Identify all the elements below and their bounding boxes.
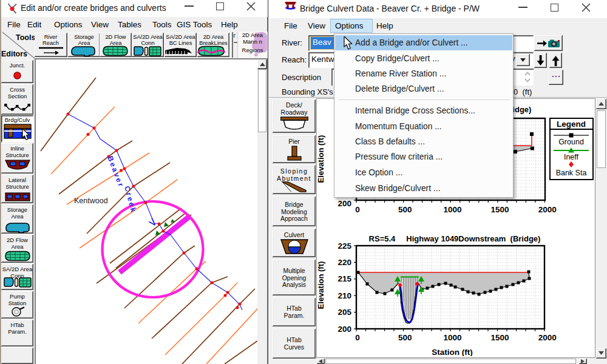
svg-text:210: 210 bbox=[337, 291, 351, 300]
svg-text:215: 215 bbox=[337, 274, 351, 283]
svg-text:2000: 2000 bbox=[538, 333, 557, 342]
svg-text:0: 0 bbox=[355, 205, 360, 214]
svg-text:2000: 2000 bbox=[538, 205, 557, 214]
svg-text:225: 225 bbox=[337, 241, 351, 251]
svg-text:0: 0 bbox=[355, 333, 360, 342]
svg-text:500: 500 bbox=[398, 205, 412, 214]
svg-text:Elevation (ft): Elevation (ft) bbox=[317, 135, 325, 183]
svg-text:RS=5.4 Highway 1049Downstr: RS=5.4 Highway 1049Downstream (Bridge) bbox=[369, 234, 541, 243]
svg-text:1500: 1500 bbox=[491, 205, 509, 214]
svg-text:Bank Sta: Bank Sta bbox=[556, 169, 587, 177]
svg-text:1000: 1000 bbox=[443, 205, 461, 214]
svg-text:Legend: Legend bbox=[557, 120, 586, 129]
svg-text:200: 200 bbox=[337, 325, 351, 334]
svg-text:Kentwood: Kentwood bbox=[74, 197, 108, 205]
svg-text:500: 500 bbox=[398, 333, 412, 342]
svg-text:205: 205 bbox=[337, 308, 351, 317]
svg-text:1000: 1000 bbox=[443, 333, 461, 342]
svg-text:200: 200 bbox=[337, 199, 351, 208]
svg-text:Ineff: Ineff bbox=[564, 153, 579, 161]
svg-text:220: 220 bbox=[337, 258, 351, 267]
svg-text:Ground: Ground bbox=[558, 138, 584, 146]
svg-text:Beaver: Beaver bbox=[106, 155, 126, 189]
svg-text:Elevation (ft): Elevation (ft) bbox=[317, 261, 325, 309]
svg-text:1500: 1500 bbox=[491, 333, 509, 342]
svg-text:Station (ft): Station (ft) bbox=[432, 348, 472, 356]
